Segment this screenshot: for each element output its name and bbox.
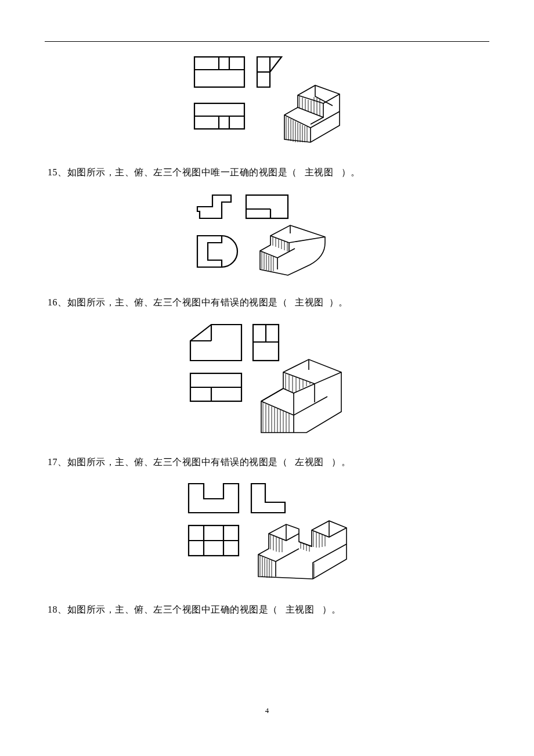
figure-q16 xyxy=(48,319,486,443)
q18-suffix: ）。 xyxy=(322,604,341,614)
q15-prefix: 、如图所示，主、俯、左三个视图中唯一正确的视图是（ xyxy=(57,167,297,177)
q18-prefix: 、如图所示，主、俯、左三个视图中正确的视图是（ xyxy=(57,604,278,614)
figure-q16-svg xyxy=(186,319,348,441)
figure-q15-svg xyxy=(190,188,344,281)
figure-q14 xyxy=(48,52,486,153)
q17-suffix: ）。 xyxy=(331,457,351,467)
q15-suffix: ）。 xyxy=(341,167,360,177)
figure-q15 xyxy=(48,188,486,283)
page-content: 15、如图所示，主、俯、左三个视图中唯一正确的视图是（ 主视图 ）。 xyxy=(48,52,486,626)
q18-answer: 主视图 xyxy=(283,601,317,618)
q18-num: 18 xyxy=(48,604,57,614)
figure-q17 xyxy=(48,478,486,591)
q16-prefix: 、如图所示，主、俯、左三个视图中有错误的视图是（ xyxy=(57,297,287,307)
q16-answer: 主视图 xyxy=(293,294,326,311)
figure-q17-svg xyxy=(183,478,351,588)
figure-q14-svg xyxy=(189,52,345,151)
q17-answer: 左视图 xyxy=(293,453,326,471)
q16-suffix: ）。 xyxy=(329,297,348,307)
q17-num: 17 xyxy=(48,457,57,467)
q15-num: 15 xyxy=(48,167,57,177)
question-18: 18、如图所示，主、俯、左三个视图中正确的视图是（ 主视图 ）。 xyxy=(48,601,486,618)
q16-num: 16 xyxy=(48,297,57,307)
question-17: 17、如图所示，主、俯、左三个视图中有错误的视图是（ 左视图 ）。 xyxy=(48,453,486,471)
q15-answer: 主视图 xyxy=(302,164,336,181)
header-rule xyxy=(45,41,489,42)
q17-prefix: 、如图所示，主、俯、左三个视图中有错误的视图是（ xyxy=(57,457,287,467)
svg-rect-28 xyxy=(246,195,288,218)
question-15: 15、如图所示，主、俯、左三个视图中唯一正确的视图是（ 主视图 ）。 xyxy=(48,164,486,181)
question-16: 16、如图所示，主、俯、左三个视图中有错误的视图是（ 主视图 ）。 xyxy=(48,294,486,311)
page-number: 4 xyxy=(0,706,534,715)
